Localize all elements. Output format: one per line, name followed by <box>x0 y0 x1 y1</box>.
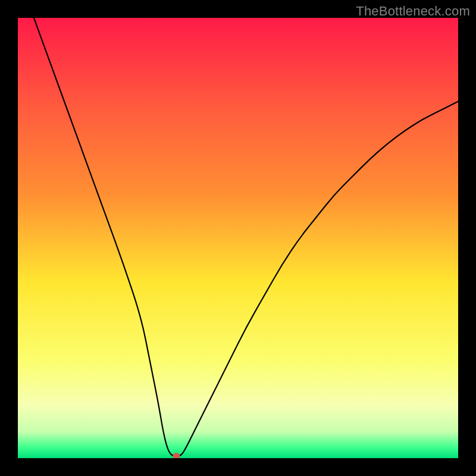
plot-area <box>18 18 458 458</box>
gradient-background <box>18 18 458 458</box>
watermark-text: TheBottleneck.com <box>356 4 470 19</box>
chart-frame: TheBottleneck.com <box>0 0 476 476</box>
plot-svg <box>18 18 458 458</box>
